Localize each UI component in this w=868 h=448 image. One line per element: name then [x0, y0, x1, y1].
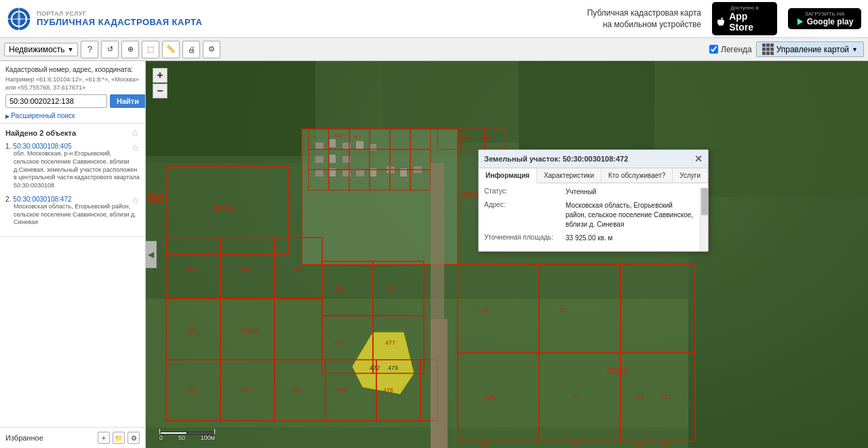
header-left: ПОРТАЛ УСЛУГ ПУБЛИЧНАЯ КАДАСТРОВАЯ КАРТА [7, 7, 202, 31]
scale-label-50: 50 [178, 434, 185, 441]
google-play-button[interactable]: ЗАГРУЗИТЬ НА Google play [788, 8, 861, 29]
svg-text:126: 126 [634, 441, 644, 448]
popup-scroll-thumb[interactable] [701, 188, 708, 215]
popup-area-value: 33 925.00 кв. м [566, 234, 694, 243]
svg-rect-18 [315, 156, 323, 163]
result-item-1: ☆ 1. 50:30:0030108:405 обл. Московская, … [5, 143, 140, 189]
print-button[interactable]: 🖨 [182, 41, 200, 58]
svg-rect-5 [146, 61, 315, 163]
popup-tab-service[interactable]: Кто обслуживает? [601, 168, 673, 183]
google-play-icon [796, 18, 804, 26]
favorites-icons: + 📁 ⚙ [98, 432, 140, 444]
result-2-num: 2. [5, 195, 11, 203]
toolbar: Недвижимость ▼ ? ↺ ⊕ ⬚ 📏 🖨 ⚙ Легенда Упр… [0, 38, 868, 61]
mobile-text: Публичная кадастровая карта на мобильном… [587, 7, 701, 31]
popup-address-value: Московская область, Егорьевский район, с… [566, 201, 694, 229]
svg-text:127: 127 [661, 394, 671, 400]
svg-text:50: 50 [147, 190, 163, 207]
apple-icon [717, 17, 726, 26]
popup-area-key: Уточненная площадь: [484, 234, 566, 241]
parcel-popup: Земельный участок: 50:30:0030108:472 ✕ И… [478, 149, 709, 252]
google-play-name: Google play [807, 17, 854, 26]
map-title: ПУБЛИЧНАЯ КАДАСТРОВАЯ КАРТА [37, 17, 202, 27]
svg-text:149: 149 [478, 307, 488, 314]
measure-button[interactable]: 📏 [162, 41, 180, 58]
zoom-out-button[interactable]: − [153, 83, 167, 98]
search-label: Кадастровый номер, адрес, координата: [5, 65, 140, 74]
svg-text:476: 476 [383, 387, 393, 394]
popup-close-button[interactable]: ✕ [694, 154, 703, 164]
refresh-button[interactable]: ↺ [101, 41, 119, 58]
svg-text:471: 471 [292, 387, 302, 394]
map-area[interactable]: 29712 9 400 8 389 400 466 467 468 30108 … [146, 61, 868, 448]
zoom-in-button[interactable]: + [153, 68, 167, 83]
main-area: Кадастровый номер, адрес, координата: На… [0, 61, 868, 448]
svg-text:405: 405 [292, 266, 302, 273]
popup-tab-info[interactable]: Информация [479, 168, 537, 183]
result-1-link[interactable]: 50:30:0030108:405 [13, 143, 132, 150]
header: ПОРТАЛ УСЛУГ ПУБЛИЧНАЯ КАДАСТРОВАЯ КАРТА… [0, 0, 868, 38]
popup-row-status: Статус: Учтенный [484, 187, 694, 197]
search-button[interactable]: Найти [110, 94, 146, 108]
svg-text:126: 126 [634, 394, 644, 400]
svg-text:472: 472 [370, 365, 380, 371]
legend-button[interactable]: Легенда [709, 45, 752, 54]
legend-label: Легенда [721, 45, 752, 54]
result-item-2: ☆ 2. 50:30:0030108:472 Московская област… [5, 195, 140, 227]
svg-text:127: 127 [661, 441, 671, 448]
popup-address-key: Адрес: [484, 201, 566, 208]
svg-text:469: 469 [334, 285, 344, 292]
svg-rect-24 [356, 170, 364, 176]
legend-checkbox[interactable] [709, 45, 718, 54]
result-2-desc: Московская область, Егорьевский район, с… [14, 203, 140, 227]
popup-tab-services[interactable]: Услуги [673, 168, 708, 183]
favorites-bar: Избранное + 📁 ⚙ [0, 427, 145, 448]
map-control-button[interactable]: Управление картой ▼ [756, 41, 864, 57]
svg-rect-13 [315, 143, 323, 149]
svg-text:139: 139 [478, 441, 488, 448]
scale-bar: 0 50 100м [159, 429, 215, 441]
app-store-button[interactable]: Доступно в App Store [712, 2, 777, 35]
svg-text:9: 9 [313, 134, 317, 141]
favorites-add-button[interactable]: + [98, 432, 110, 444]
favorites-settings-button[interactable]: ⚙ [127, 432, 140, 444]
property-type-select[interactable]: Недвижимость ▼ [4, 43, 78, 56]
dropdown-arrow-icon: ▼ [68, 46, 74, 53]
svg-text:138: 138 [485, 394, 495, 400]
svg-text:479: 479 [388, 365, 398, 371]
app-store-small-label: Доступно в [730, 5, 758, 11]
popup-row-area: Уточненная площадь: 33 925.00 кв. м [484, 234, 694, 243]
results-star-icon[interactable]: ☆ [131, 128, 140, 138]
result-1-num: 1. [5, 143, 11, 150]
popup-tab-characteristics[interactable]: Характеристики [537, 168, 601, 183]
advanced-search-link[interactable]: Расширенный поиск [5, 112, 75, 119]
popup-title: Земельный участок: 50:30:0030108:472 [484, 155, 628, 163]
result-2-star-icon[interactable]: ☆ [132, 195, 140, 206]
settings-button[interactable]: ⚙ [203, 41, 220, 58]
svg-text:468: 468 [241, 266, 251, 273]
svg-text:473: 473 [186, 387, 197, 394]
sidebar-toggle-button[interactable]: ◀ [146, 241, 157, 268]
svg-rect-21 [315, 170, 323, 176]
popup-status-key: Статус: [484, 187, 566, 195]
search-input[interactable] [5, 94, 107, 108]
zoom-controls: + − [153, 68, 167, 98]
result-1-star-icon[interactable]: ☆ [132, 143, 140, 153]
map-control-arrow-icon: ▼ [852, 46, 858, 53]
svg-rect-16 [356, 141, 363, 149]
search-hint: Например «61:6:10104:12», «61:8:*», «Мос… [5, 76, 140, 92]
svg-text:467: 467 [186, 327, 197, 334]
grid-icon [762, 43, 774, 55]
zoom-in-map-button[interactable]: ⊕ [121, 41, 139, 58]
svg-rect-19 [329, 155, 336, 163]
favorites-folder-button[interactable]: 📁 [113, 432, 125, 444]
svg-text:77: 77 [573, 441, 580, 448]
google-play-small-label: ЗАГРУЗИТЬ НА [805, 11, 845, 17]
select-button[interactable]: ⬚ [142, 41, 159, 58]
results-header: Найдено 2 объекта ☆ [5, 128, 140, 138]
popup-scrollbar[interactable] [700, 187, 708, 251]
help-button[interactable]: ? [81, 41, 98, 58]
toolbar-right: Легенда Управление картой ▼ [709, 41, 864, 57]
result-2-link[interactable]: 50:30:0030108:472 [13, 195, 132, 203]
favorites-label: Избранное [5, 434, 43, 442]
